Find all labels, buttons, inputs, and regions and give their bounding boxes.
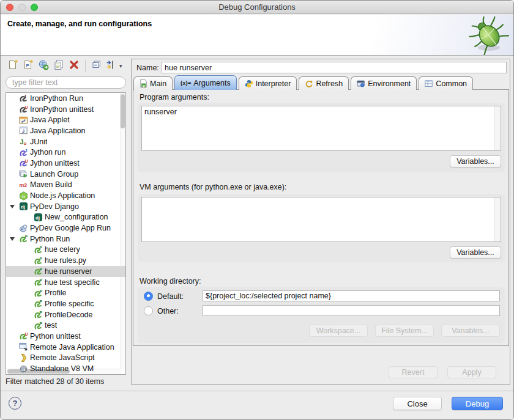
tree-item-node-js-application[interactable]: nNode.js Application bbox=[6, 190, 125, 201]
zoom-window-button[interactable] bbox=[31, 4, 38, 11]
tab-environment[interactable]: Environment bbox=[351, 76, 417, 90]
tree-item-pydev-django[interactable]: djPyDev Django bbox=[6, 201, 125, 212]
new-launch-configuration-button[interactable] bbox=[7, 60, 19, 72]
tree-item-hue-test-specific[interactable]: Phue test specific bbox=[6, 277, 125, 288]
variables-wd-button[interactable]: Variables... bbox=[441, 325, 500, 337]
junit-icon: Ju bbox=[18, 137, 28, 146]
pydev-django-icon: dj bbox=[33, 213, 43, 222]
titlebar: Debug Configurations bbox=[1, 1, 513, 14]
tree-item-remote-java-application[interactable]: Remote Java Application bbox=[6, 342, 125, 353]
program-arguments-group: runserver Variables... bbox=[138, 103, 505, 172]
filter-input[interactable] bbox=[6, 76, 126, 89]
editor-tabs: pMain(x)=ArgumentsInterpreterRefreshEnvi… bbox=[133, 75, 473, 90]
dropdown-caret-icon[interactable]: ▾ bbox=[119, 63, 122, 69]
help-button[interactable]: ? bbox=[9, 397, 21, 410]
revert-button[interactable]: Revert bbox=[389, 366, 438, 378]
tab-main-icon: p bbox=[140, 79, 147, 88]
svg-text:P: P bbox=[39, 256, 42, 260]
tree-item-label: JUnit bbox=[30, 138, 47, 146]
expand-triangle-icon[interactable] bbox=[10, 237, 15, 241]
tree-item-label: hue rules.py bbox=[45, 256, 86, 265]
debug-button[interactable]: Debug bbox=[452, 397, 503, 410]
name-input[interactable] bbox=[162, 62, 507, 73]
tab-refresh[interactable]: Refresh bbox=[299, 76, 349, 90]
tree-item-jython-run[interactable]: JJython run bbox=[6, 147, 125, 158]
close-window-button[interactable] bbox=[6, 4, 13, 11]
dialog-header: Create, manage, and run configurations bbox=[1, 15, 513, 56]
launch-group-icon bbox=[18, 169, 28, 179]
program-arguments-textarea[interactable]: runserver bbox=[142, 106, 494, 150]
tree-item-remote-javascript[interactable]: Remote JavaScript bbox=[6, 353, 125, 364]
tree-item-hue-rules-py[interactable]: Phue rules.py bbox=[6, 255, 125, 266]
tree-item-label: Python Run bbox=[30, 235, 70, 243]
workspace-button[interactable]: Workspace... bbox=[309, 325, 368, 337]
vm-arguments-textarea[interactable] bbox=[142, 197, 494, 241]
tree-item-ironpython-run[interactable]: IIronPython Run bbox=[6, 93, 125, 104]
tree-item-label: PyDev Google App Run bbox=[30, 224, 111, 232]
tab-common[interactable]: Common bbox=[419, 76, 473, 90]
python-run-icon: P bbox=[33, 267, 43, 276]
working-directory-label: Working directory: bbox=[140, 277, 201, 286]
textarea-scrollbar[interactable] bbox=[494, 197, 501, 241]
delete-launch-configuration-button[interactable] bbox=[68, 60, 80, 72]
svg-text:I: I bbox=[24, 94, 26, 98]
tab-interpreter-icon bbox=[245, 79, 253, 88]
default-radio[interactable] bbox=[144, 292, 153, 301]
filter-launch-configurations-button[interactable] bbox=[106, 60, 118, 72]
tree-item-label: Remote Java Application bbox=[30, 343, 114, 352]
tree-item-profiledecode[interactable]: PProfileDecode bbox=[6, 309, 125, 320]
textarea-scrollbar[interactable] bbox=[494, 106, 501, 150]
export-globe-icon bbox=[38, 59, 49, 73]
vm-arguments-group: Variables... bbox=[138, 194, 505, 262]
tree-item-test[interactable]: Ptest bbox=[6, 320, 125, 331]
tree-item-ironpython-unittest[interactable]: UIronPython unittest bbox=[6, 104, 125, 115]
apply-button[interactable]: Apply bbox=[447, 366, 496, 378]
tree-item-maven-build[interactable]: m2Maven Build bbox=[6, 180, 125, 191]
program-arguments-variables-button[interactable]: Variables... bbox=[450, 155, 501, 168]
tree-item-label: Profile specific bbox=[45, 300, 94, 308]
other-directory-input[interactable] bbox=[203, 305, 500, 316]
debug-configurations-dialog: Debug Configurations Create, manage, and… bbox=[0, 0, 514, 420]
tree-item-python-run[interactable]: PPython Run bbox=[6, 234, 125, 245]
tree-item-hue-celery[interactable]: Phue celery bbox=[6, 245, 125, 256]
tree-item-standalone-v8-vm[interactable]: V8Standalone V8 VM bbox=[6, 363, 125, 374]
tree-item-pydev-google-app-run[interactable]: PyDev Google App Run bbox=[6, 223, 125, 234]
duplicate-launch-configuration-button[interactable] bbox=[53, 60, 65, 72]
tree-item-java-applet[interactable]: Java Applet bbox=[6, 114, 125, 125]
tree-item-profile[interactable]: PProfile bbox=[6, 287, 125, 298]
tab-label: Main bbox=[150, 79, 166, 88]
python-run-icon: P bbox=[33, 299, 43, 308]
tree-item-launch-group[interactable]: Launch Group bbox=[6, 169, 125, 180]
toolbar-separator bbox=[85, 61, 86, 72]
svg-text:J: J bbox=[21, 129, 24, 134]
expand-triangle-icon[interactable] bbox=[10, 205, 15, 208]
tree-item-profile-specific[interactable]: PProfile specific bbox=[6, 298, 125, 309]
tree-item-python-unittest[interactable]: UPython unittest bbox=[6, 331, 125, 342]
export-launch-configuration-button[interactable] bbox=[37, 60, 50, 72]
minimize-window-button[interactable] bbox=[18, 4, 26, 11]
python-run-icon: P bbox=[18, 234, 28, 243]
tree-item-java-application[interactable]: JJava Application bbox=[6, 125, 125, 136]
tab-interpreter[interactable]: Interpreter bbox=[239, 76, 297, 90]
collapse-all-button[interactable] bbox=[91, 60, 103, 72]
tab-main[interactable]: pMain bbox=[133, 76, 173, 90]
tree-item-junit[interactable]: JuJUnit bbox=[6, 136, 125, 147]
svg-text:V8: V8 bbox=[21, 368, 25, 372]
tree-item-jython-unittest[interactable]: UJython unittest bbox=[6, 158, 125, 169]
file-system-button[interactable]: File System... bbox=[375, 325, 434, 337]
close-button[interactable]: Close bbox=[393, 397, 442, 410]
name-label: Name: bbox=[136, 64, 159, 72]
tab-label: Arguments bbox=[193, 79, 230, 87]
tab-arguments[interactable]: (x)=Arguments bbox=[174, 75, 237, 90]
vm-arguments-variables-button[interactable]: Variables... bbox=[450, 246, 501, 259]
tree-item-hue-runserver[interactable]: Phue runserver bbox=[6, 266, 125, 277]
window-title: Debug Configurations bbox=[1, 1, 513, 14]
jython-unittest-icon: U bbox=[18, 158, 28, 168]
tree-item-new-configuration[interactable]: djNew_configuration bbox=[6, 212, 125, 223]
tab-label: Refresh bbox=[316, 79, 343, 88]
other-radio[interactable] bbox=[144, 306, 153, 315]
new-launch-prototype-button[interactable]: P bbox=[22, 60, 34, 72]
filter-status-text: Filter matched 28 of 30 items bbox=[6, 377, 104, 386]
tab-environment-icon bbox=[357, 79, 365, 88]
default-directory-input[interactable] bbox=[203, 290, 500, 301]
